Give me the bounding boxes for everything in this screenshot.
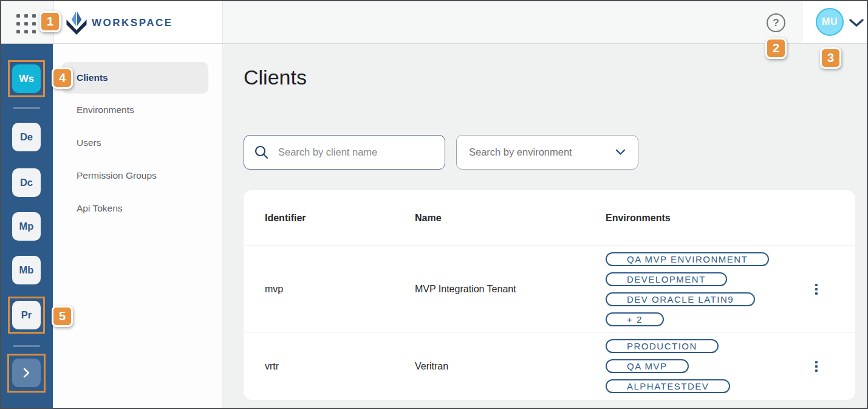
dot: [32, 14, 36, 18]
client-identifier: vrtr: [265, 361, 415, 372]
annotation-badge-3: 3: [820, 47, 841, 69]
dot: [24, 30, 28, 33]
workspace-nav: Clients Environments Users Permission Gr…: [53, 44, 223, 408]
rail-divider: [13, 345, 40, 347]
dot: [24, 14, 28, 18]
avatar[interactable]: MU: [816, 8, 844, 36]
sidebar-item-api-tokens[interactable]: Api Tokens: [61, 193, 208, 224]
client-identifier: mvp: [265, 284, 415, 295]
top-bar: WORKSPACE ? MU: [1, 1, 867, 44]
environment-tag: DEVELOPMENT: [606, 272, 727, 286]
rail-item-mb[interactable]: Mb: [12, 256, 41, 284]
dot: [16, 22, 20, 26]
more-environments-tag[interactable]: + 2: [606, 312, 664, 326]
help-icon[interactable]: ?: [767, 13, 785, 32]
account-section: MU: [802, 1, 867, 43]
client-name: MVP Integration Tenant: [415, 284, 606, 295]
dot: [16, 30, 20, 33]
rail-item-workspace[interactable]: Ws: [12, 64, 41, 93]
chevron-down-icon: [615, 149, 626, 156]
app-rail: Ws De Dc Mp Mb Pr: [1, 44, 53, 408]
table-row: vrtr Veritran PRODUCTION QA MVP ALPHATES…: [244, 332, 855, 400]
brand-title: WORKSPACE: [92, 17, 173, 29]
sidebar-item-clients[interactable]: Clients: [61, 62, 208, 94]
sidebar-item-permission-groups[interactable]: Permission Groups: [61, 160, 208, 191]
page-title: Clients: [244, 66, 307, 89]
sidebar-item-environments[interactable]: Environments: [61, 94, 208, 126]
row-actions-kebab-icon[interactable]: [812, 281, 821, 298]
sidebar-item-users[interactable]: Users: [61, 127, 208, 159]
chevron-down-icon[interactable]: [849, 18, 864, 30]
environment-tag: QA MVP: [606, 359, 689, 373]
column-identifier: Identifier: [265, 213, 415, 224]
dot: [24, 22, 28, 26]
table-header-row: Identifier Name Environments: [244, 190, 855, 246]
rail-item-pr[interactable]: Pr: [12, 301, 41, 329]
column-environments: Environments: [606, 213, 802, 224]
app-launcher-icon[interactable]: [16, 14, 36, 33]
workspace-logo-icon[interactable]: [64, 9, 89, 38]
dot: [32, 22, 36, 26]
rail-item-dc[interactable]: Dc: [12, 168, 41, 197]
rail-item-mp[interactable]: Mp: [12, 212, 41, 241]
client-name: Veritran: [415, 361, 606, 372]
environment-tag: ALPHATESTDEV: [606, 379, 730, 393]
environment-filter-label: Search by environment: [469, 146, 615, 158]
rail-item-de[interactable]: De: [12, 123, 41, 151]
workspace-app-window: WORKSPACE ? MU Ws De Dc Mp Mb Pr Client: [0, 0, 868, 409]
column-name: Name: [415, 213, 606, 224]
table-row: mvp MVP Integration Tenant QA MVP ENVIRO…: [244, 246, 855, 332]
chevron-right-icon: [21, 368, 32, 378]
search-client-input[interactable]: [244, 135, 445, 170]
clients-table: Identifier Name Environments mvp MVP Int…: [244, 190, 855, 400]
dot: [32, 30, 36, 33]
dot: [16, 14, 20, 18]
row-actions-kebab-icon[interactable]: [812, 358, 821, 375]
annotation-badge-5: 5: [52, 306, 73, 327]
environment-tags: QA MVP ENVIRONMENT DEVELOPMENT DEV ORACL…: [606, 246, 802, 332]
annotation-badge-4: 4: [52, 67, 73, 89]
environment-tag: DEV ORACLE LATIN9: [606, 292, 755, 306]
annotation-badge-1: 1: [39, 11, 61, 32]
rail-divider: [13, 107, 40, 109]
environment-tags: PRODUCTION QA MVP ALPHATESTDEV: [606, 333, 802, 399]
environment-tag: PRODUCTION: [606, 339, 719, 353]
brand-section: WORKSPACE: [53, 1, 223, 43]
annotation-badge-2: 2: [765, 38, 787, 59]
expand-rail-button[interactable]: [12, 359, 41, 387]
environment-filter-select[interactable]: Search by environment: [456, 135, 638, 170]
environment-tag: QA MVP ENVIRONMENT: [606, 252, 769, 266]
client-search: [244, 135, 445, 170]
